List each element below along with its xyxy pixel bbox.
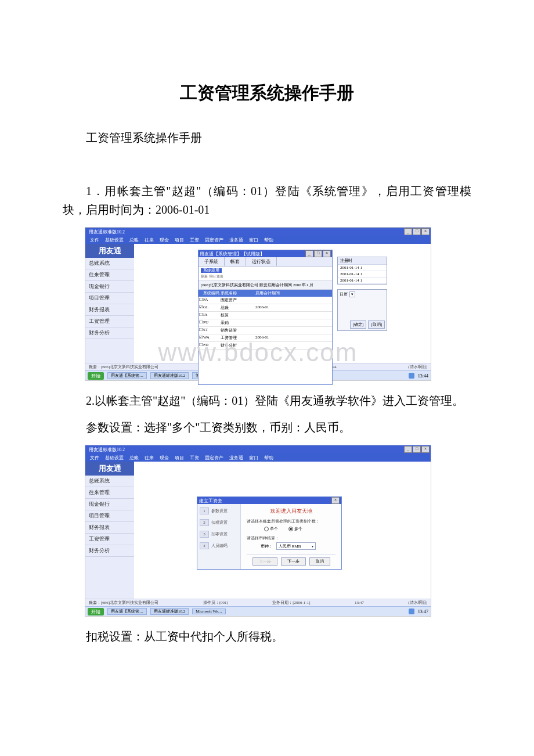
taskbar-item[interactable]: 用友通【系统管…: [107, 372, 147, 379]
wage-class-radio-group: 单个 多个: [264, 526, 335, 532]
module-row: ☑WA工资管理2006-01: [199, 334, 332, 342]
window-close-button[interactable]: ×: [421, 446, 430, 453]
tab-status[interactable]: 运行状态: [246, 257, 277, 266]
menu-ar[interactable]: 往来: [145, 455, 154, 461]
start-button[interactable]: 开始: [88, 372, 104, 380]
app-sidebar: 用友通 总账系统 往来管理 现金银行 项目管理 财务报表 工资管理 财务分析: [85, 462, 134, 599]
window-maximize-button[interactable]: □: [413, 446, 421, 453]
menu-win[interactable]: 窗口: [249, 455, 258, 461]
wizard-title: 建立工资套: [199, 498, 222, 504]
window-maximize-button[interactable]: □: [413, 228, 421, 235]
sidebar-item-wage[interactable]: 工资管理: [85, 316, 134, 327]
sidebar-item-proj[interactable]: 项目管理: [85, 510, 134, 522]
currency-label: 币种：: [261, 543, 273, 549]
wizard-prev-button: 上一步: [252, 557, 277, 566]
col-code: 系统编码: [203, 290, 221, 297]
menu-base[interactable]: 基础设置: [105, 237, 124, 243]
wage-wizard-dialog: 建立工资套 × 1参数设置 2扣税设置 3扣零设置 4人员编码 欢迎进入用友天地…: [197, 496, 342, 570]
wizard-step-1[interactable]: 1参数设置: [200, 507, 238, 514]
sidebar-item-gl[interactable]: 总账系统: [85, 258, 134, 269]
system-manage-dialog: 用友通【系统管理】【试用版】 _ □ × 子系统 帐套 运行状态 系统应用: [198, 250, 333, 385]
wizard-cancel-button[interactable]: 取消: [309, 557, 330, 566]
sidebar-item-rpt[interactable]: 财务报表: [85, 304, 134, 316]
calendar-ok-button[interactable]: [确定]: [350, 321, 367, 329]
menu-gl[interactable]: 总账: [129, 237, 139, 243]
sidebar-item-rpt[interactable]: 财务报表: [85, 522, 134, 534]
wizard-close-button[interactable]: ×: [331, 497, 340, 504]
sysmgr-max-button[interactable]: □: [314, 250, 322, 257]
start-button[interactable]: 开始: [88, 608, 104, 615]
calendar-cancel-button[interactable]: [取消]: [368, 321, 385, 329]
taskbar-item[interactable]: 用友通标准版10.2: [150, 372, 189, 379]
menu-ar[interactable]: 往来: [145, 237, 154, 243]
menu-cash[interactable]: 现金: [160, 237, 169, 243]
tray-icon[interactable]: [409, 373, 414, 379]
window-minimize-button[interactable]: _: [404, 446, 412, 453]
menu-base[interactable]: 基础设置: [105, 455, 124, 461]
app-menubar: 文件 基础设置 总账 往来 现金 项目 工资 固定资产 业务通 窗口 帮助: [85, 453, 431, 462]
menu-fa[interactable]: 固定资产: [205, 455, 223, 461]
currency-dropdown[interactable]: 人民币 RMB ▾: [276, 542, 316, 550]
sidebar-item-cash[interactable]: 现金银行: [85, 499, 134, 510]
module-row: ☐PU采购: [199, 319, 332, 327]
menu-help[interactable]: 帮助: [264, 455, 273, 461]
menu-file[interactable]: 文件: [90, 237, 99, 243]
sidebar-item-proj[interactable]: 项目管理: [85, 293, 134, 304]
sysmgr-min-button[interactable]: _: [305, 250, 313, 257]
radio-single[interactable]: 单个: [264, 526, 278, 532]
tray-icon[interactable]: [409, 609, 414, 614]
menu-win[interactable]: 窗口: [249, 237, 258, 243]
calendar-dropdown-icon[interactable]: ▾: [349, 291, 355, 297]
radio-multi[interactable]: 多个: [288, 526, 302, 532]
app-titlebar: 用友通标准版10.2 _ □ ×: [85, 228, 431, 236]
wizard-step-3[interactable]: 3扣零设置: [200, 531, 238, 538]
window-close-button[interactable]: ×: [421, 228, 430, 235]
menu-proj[interactable]: 项目: [175, 455, 184, 461]
sidebar-item-ar[interactable]: 往来管理: [85, 487, 134, 499]
sidebar-item-cash[interactable]: 现金银行: [85, 281, 134, 293]
status-account: 账套：[666]北京文新科技实业有限公司: [89, 364, 158, 370]
sidebar-item-wage[interactable]: 工资管理: [85, 534, 134, 545]
tray-time: 13:47: [418, 609, 428, 614]
menu-biz[interactable]: 业务通: [229, 455, 243, 461]
sysmgr-grid-body: ☐FA固定资产 ☑GL总账2006-01 ☐IA核算 ☐PU采购 ☐ST销售链管…: [199, 297, 332, 350]
menu-wage[interactable]: 工资: [190, 237, 199, 243]
currency-value: 人民币 RMB: [279, 543, 301, 549]
sidebar-item-ar[interactable]: 往来管理: [85, 269, 134, 281]
sidebar-item-fin[interactable]: 财务分析: [85, 545, 134, 557]
menu-gl[interactable]: 总账: [129, 455, 139, 461]
wizard-step-4[interactable]: 4人员编码: [200, 542, 238, 549]
screenshot-2-wage-wizard: 用友通标准版10.2 _ □ × 文件 基础设置 总账 往来 现金 项目 工资 …: [85, 445, 431, 617]
status-account: 账套：[666]北京文新科技实业有限公司: [89, 600, 158, 606]
menu-wage[interactable]: 工资: [190, 455, 199, 461]
sidebar-item-fin[interactable]: 财务分析: [85, 327, 134, 339]
status-time: 13:47: [355, 600, 364, 605]
taskbar-item[interactable]: 用友通【系统管…: [107, 608, 147, 615]
sysmgr-close-button[interactable]: ×: [323, 250, 331, 257]
wizard-next-button[interactable]: 下一步: [281, 557, 306, 566]
module-row: ☐ST销售链管: [199, 327, 332, 334]
sidebar-item-gl[interactable]: 总账系统: [85, 476, 134, 487]
menu-biz[interactable]: 业务通: [229, 237, 243, 243]
module-row: ☐FD财务分析: [199, 342, 332, 350]
tab-subsystem[interactable]: 子系统: [199, 257, 225, 266]
sysmgr-tool-icons[interactable]: 刷新 导出 退出: [201, 274, 330, 279]
taskbar-item[interactable]: 用友通标准版10.2: [150, 608, 189, 615]
wizard-q1: 请选择本账套所需处理的工资类别个数：: [247, 519, 335, 524]
menu-fa[interactable]: 固定资产: [205, 237, 223, 243]
menu-cash[interactable]: 现金: [160, 455, 169, 461]
taskbar-item[interactable]: Microsoft We…: [192, 609, 225, 614]
menu-help[interactable]: 帮助: [264, 237, 273, 243]
tab-account[interactable]: 帐套: [225, 257, 246, 266]
status-bizdate: 业务日期：[2006-1-1]: [272, 600, 310, 606]
menu-proj[interactable]: 项目: [175, 237, 184, 243]
paragraph-2: 2.以帐套主管"赵超"（编码：01）登陆《用友通教学软件》进入工资管理。: [63, 391, 471, 410]
paragraph-4: 扣税设置：从工资中代扣个人所得税。: [63, 627, 471, 646]
reg-date-row: 2001-01-14 1: [338, 271, 387, 278]
menu-file[interactable]: 文件: [90, 455, 99, 461]
wizard-step-2[interactable]: 2扣税设置: [200, 519, 238, 526]
app-menubar: 文件 基础设置 总账 往来 现金 项目 工资 固定资产 业务通 窗口 帮助: [85, 236, 431, 244]
window-minimize-button[interactable]: _: [404, 228, 412, 235]
app-logo: 用友通: [85, 244, 134, 258]
module-row: ☐IA核算: [199, 312, 332, 319]
